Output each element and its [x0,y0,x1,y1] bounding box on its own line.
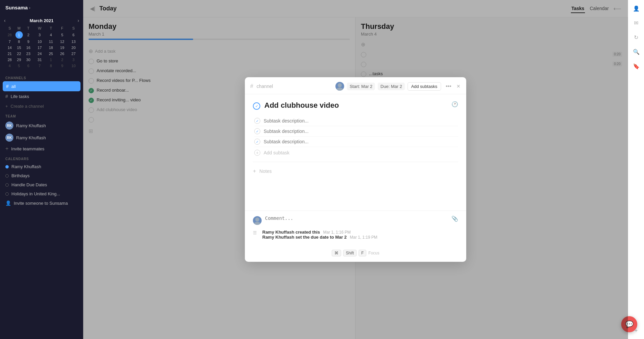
cal-cell[interactable]: 12 [57,39,68,45]
notes-label[interactable]: Notes [259,168,272,174]
cal-cell[interactable]: 1 [15,31,23,39]
modal-hash-icon: # [250,83,253,89]
cal-cell[interactable]: 29 [15,57,23,63]
cal-cell[interactable]: 6 [23,63,34,69]
cal-cell[interactable]: 20 [68,45,79,51]
cal-cell[interactable]: 24 [34,51,45,57]
invite-teammates-button[interactable]: + Invite teammates [0,144,83,154]
cal-cell[interactable]: 5 [15,63,23,69]
cal-cell[interactable]: 3 [34,31,45,39]
task-title[interactable]: Add clubhouse video [264,101,447,110]
next-month-button[interactable]: › [77,18,79,23]
calendar-dot-holidays [5,192,9,196]
cal-cell[interactable]: 8 [45,63,57,69]
channels-label: CHANNELS [0,73,83,81]
right-refresh-icon[interactable]: ↻ [633,33,640,42]
cal-cell[interactable]: 26 [57,51,68,57]
calendar-holidays[interactable]: Holidays in United King... [0,189,83,198]
cal-cell[interactable]: 25 [45,51,57,57]
cal-cell[interactable]: 16 [23,45,34,51]
cal-cell[interactable]: 4 [4,63,15,69]
cal-day-s2: S [68,25,79,31]
right-mail-icon[interactable]: ✉ [633,18,640,28]
cal-cell[interactable]: 8 [15,39,23,45]
right-user-icon[interactable]: 👤 [632,4,641,13]
cal-day-t1: T [23,25,34,31]
calendar-due-dates[interactable]: Handle Due Dates [0,180,83,189]
svg-point-0 [338,83,342,87]
subtask-check-2[interactable]: ✓ [254,128,260,134]
calendar-ramy[interactable]: Ramy Khuffash [0,162,83,171]
calendar-nav: ‹ March 2021 › [4,18,79,23]
comment-input[interactable] [265,215,448,221]
team-member-2-name: Ramy Khuffash [16,135,46,140]
cal-cell[interactable]: 2 [57,57,68,63]
team-avatar-1: RK [5,122,13,130]
cal-cell[interactable]: 4 [45,31,57,39]
cal-cell[interactable]: 11 [45,39,57,45]
subtask-check-1[interactable]: ✓ [254,118,260,124]
right-search-icon[interactable]: 🔍 [632,47,641,56]
cal-cell[interactable]: 31 [34,57,45,63]
cal-cell[interactable]: 28 [4,31,15,39]
calendar-birthdays[interactable]: Birthdays [0,171,83,180]
cal-cell[interactable]: 19 [57,45,68,51]
modal-start-date[interactable]: Start: Mar 2 [347,83,375,90]
cal-cell[interactable]: 1 [45,57,57,63]
modal-due-date[interactable]: Due: Mar 2 [378,83,405,90]
subtask-input-1[interactable] [264,118,458,124]
cal-cell[interactable]: 30 [23,57,34,63]
cal-cell[interactable]: 10 [68,63,79,69]
cal-cell[interactable]: 9 [23,39,34,45]
create-channel-button[interactable]: + Create a channel [0,101,83,111]
subtask-input-2[interactable] [264,129,458,134]
team-member-1[interactable]: RK Ramy Khuffash [0,119,83,132]
modal-overlay[interactable]: # channel Start: Mar 2 Due: Mar 2 Add su… [83,17,628,339]
svg-point-3 [254,222,261,225]
sidebar-item-all[interactable]: # all [3,81,80,91]
modal-channel[interactable]: channel [257,84,332,89]
cal-cell[interactable]: 10 [34,39,45,45]
app-header[interactable]: Sunsama › [0,0,83,15]
add-subtask-row: + Add subtask [254,147,458,158]
modal-more-options[interactable]: ••• [444,83,453,90]
invite-teammates-label: Invite teammates [11,146,44,151]
cal-cell[interactable]: 7 [34,63,45,69]
cal-cell[interactable]: 18 [45,45,57,51]
cal-cell[interactable]: 3 [68,57,79,63]
cal-cell[interactable]: 23 [23,51,34,57]
notes-plus[interactable]: + [253,168,256,174]
modal-assignee-avatar[interactable] [335,82,344,91]
right-panel: 👤 ✉ ↻ 🔍 🔖 + [628,0,644,339]
invite-sunsama-button[interactable]: 👤 Invite someone to Sunsama [0,198,83,208]
modal-close-button[interactable]: × [456,82,461,91]
prev-month-button[interactable]: ‹ [4,18,6,23]
add-subtask-plus[interactable]: + [254,150,260,156]
task-complete-button[interactable] [253,102,260,110]
sidebar-item-life-tasks[interactable]: # Life tasks [0,91,83,101]
add-subtasks-button[interactable]: Add subtasks [408,82,441,91]
time-icon[interactable]: 🕐 [451,101,458,107]
cal-cell[interactable]: 27 [68,51,79,57]
cal-cell[interactable]: 6 [68,31,79,39]
cal-cell[interactable]: 13 [68,39,79,45]
cal-cell[interactable]: 17 [34,45,45,51]
cal-cell[interactable]: 21 [4,51,15,57]
calendar-dot-birthdays [5,174,9,178]
cal-cell[interactable]: 14 [4,45,15,51]
add-subtask-label[interactable]: Add subtask [264,150,289,155]
sidebar-channel-life-label: Life tasks [11,94,29,99]
team-member-2[interactable]: RK Ramy Khuffash [0,132,83,144]
cal-cell[interactable]: 28 [4,57,15,63]
cal-cell[interactable]: 22 [15,51,23,57]
cal-cell[interactable]: 2 [23,31,34,39]
subtask-input-3[interactable] [264,139,458,144]
cal-cell[interactable]: 7 [4,39,15,45]
kbd-shift: Shift [343,250,357,256]
cal-cell[interactable]: 5 [57,31,68,39]
attach-icon[interactable]: 📎 [451,215,458,222]
subtask-check-3[interactable]: ✓ [254,139,260,145]
cal-cell[interactable]: 9 [57,63,68,69]
right-bookmark-icon[interactable]: 🔖 [632,62,641,71]
cal-cell[interactable]: 15 [15,45,23,51]
